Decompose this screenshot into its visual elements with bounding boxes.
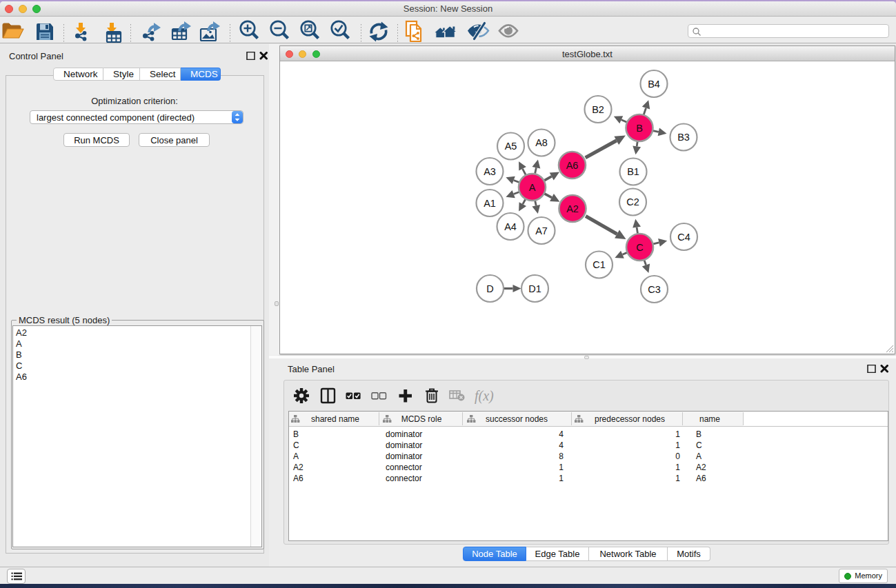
svg-text:1: 1 xyxy=(559,463,564,472)
svg-text:B4: B4 xyxy=(648,79,660,90)
svg-text:dominator: dominator xyxy=(386,440,422,450)
svg-text:f(x): f(x) xyxy=(475,388,494,404)
svg-text:D1: D1 xyxy=(528,283,541,294)
svg-text:A7: A7 xyxy=(535,225,548,236)
svg-text:D: D xyxy=(486,283,493,294)
svg-text:shared name: shared name xyxy=(311,414,359,424)
svg-text:B2: B2 xyxy=(592,104,604,115)
svg-text:A6: A6 xyxy=(566,160,579,171)
svg-text:A4: A4 xyxy=(504,221,517,232)
svg-text:C: C xyxy=(696,440,702,450)
svg-text:MCDS role: MCDS role xyxy=(401,414,442,424)
svg-text:1: 1 xyxy=(675,474,680,483)
svg-text:A5: A5 xyxy=(505,141,517,152)
svg-text:dominator: dominator xyxy=(386,452,422,461)
svg-text:predecessor nodes: predecessor nodes xyxy=(595,414,665,424)
svg-text:A: A xyxy=(293,452,299,461)
svg-text:B: B xyxy=(293,429,299,439)
svg-text:successor nodes: successor nodes xyxy=(486,414,548,424)
svg-text:1: 1 xyxy=(675,463,680,472)
svg-text:A2: A2 xyxy=(566,203,579,214)
svg-text:C: C xyxy=(293,440,299,450)
svg-text:C2: C2 xyxy=(626,196,639,207)
svg-text:B1: B1 xyxy=(627,166,639,177)
svg-text:8: 8 xyxy=(559,452,564,461)
svg-text:B3: B3 xyxy=(677,132,690,143)
svg-text:B: B xyxy=(696,429,701,439)
svg-text:C4: C4 xyxy=(677,232,690,243)
svg-text:4: 4 xyxy=(559,429,564,439)
svg-text:A3: A3 xyxy=(484,166,496,177)
svg-text:1: 1 xyxy=(675,440,680,450)
svg-text:dominator: dominator xyxy=(386,429,422,439)
svg-text:C: C xyxy=(636,242,643,253)
svg-text:A8: A8 xyxy=(535,137,548,148)
svg-text:1: 1 xyxy=(559,474,564,483)
svg-text:name: name xyxy=(699,414,720,424)
svg-text:connector: connector xyxy=(386,463,422,472)
svg-text:connector: connector xyxy=(386,474,422,483)
svg-text:C1: C1 xyxy=(593,259,606,270)
svg-text:B: B xyxy=(636,123,643,134)
svg-text:A6: A6 xyxy=(293,474,303,483)
svg-text:A2: A2 xyxy=(293,463,303,472)
svg-text:A: A xyxy=(696,452,701,461)
svg-text:A1: A1 xyxy=(484,198,496,209)
svg-text:0: 0 xyxy=(675,452,680,461)
svg-text:A2: A2 xyxy=(696,463,706,472)
svg-text:4: 4 xyxy=(559,440,564,450)
svg-text:C3: C3 xyxy=(648,284,661,295)
svg-text:1: 1 xyxy=(675,429,680,439)
svg-text:A: A xyxy=(529,182,536,193)
svg-text:A6: A6 xyxy=(696,474,706,483)
